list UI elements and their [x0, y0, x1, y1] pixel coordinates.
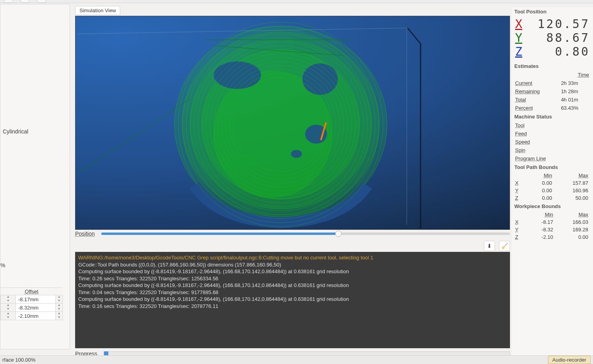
ms-label: Speed — [512, 138, 581, 146]
section-machine-status: Machine Status — [512, 112, 593, 121]
offset-y-row[interactable]: ▲▼ -8.32mm ▲▼ — [0, 303, 63, 312]
section-workpiece-bounds: Workpiece Bounds — [512, 202, 593, 211]
est-value: 2h 33m — [558, 79, 593, 87]
est-label: Total — [512, 96, 558, 104]
svg-point-8 — [291, 150, 302, 158]
stepper-down-icon[interactable]: ▼ — [1, 299, 15, 303]
offset-group: Offset ▲▼ -8.17mm ▲▼ ▲▼ -8.32mm ▲▼ ▲▼ -2… — [0, 287, 63, 320]
time-header: Time — [558, 71, 593, 79]
surface-progress-text: rface 100.00% — [2, 357, 36, 363]
offset-x-value[interactable]: -8.17mm — [16, 295, 55, 303]
toolpath-svg — [76, 16, 510, 229]
status-bar: rface 100.00% Audio-recorder — [0, 355, 593, 364]
right-panel: Tool Position X120.57 Y88.67 Z0.80 Estim… — [512, 7, 593, 364]
svg-point-6 — [302, 64, 338, 95]
clear-log-button[interactable]: 🧹 — [499, 241, 510, 251]
save-log-button[interactable]: ⬇ — [484, 241, 495, 251]
position-slider[interactable] — [101, 233, 510, 235]
ms-label: Feed — [512, 129, 581, 138]
audio-recorder-button[interactable]: Audio-recorder — [548, 356, 591, 364]
workpiece-bounds-table: MinMax X-8.17166.03 Y-8.32169.28 Z-2.100… — [512, 211, 593, 241]
svg-line-24 — [78, 99, 190, 173]
ms-label: Program Line — [512, 154, 581, 163]
machine-status-table: Tool Feed Speed Spin Program Line — [512, 121, 593, 163]
axis-z-value: 0.80 — [555, 45, 590, 58]
offset-y-value[interactable]: -8.32mm — [16, 304, 55, 311]
section-tool-position: Tool Position — [512, 7, 593, 16]
log-line: WARNING:/home/none3/Desktop/GcodeTools/C… — [78, 254, 507, 261]
axis-y-label: Y — [515, 31, 522, 45]
section-estimates: Estimates — [512, 62, 593, 71]
log-line: Time: 0.16 secs Triangles: 322520 Triang… — [78, 303, 507, 310]
log-line: Computing surface bounded by ((-8.81419,… — [78, 268, 507, 275]
est-label: Remaining — [512, 87, 558, 96]
top-toolbar — [0, 0, 593, 3]
ms-label: Tool — [512, 121, 581, 129]
log-line: GCode::Tool Path bounds ((0,0,0), (157.8… — [78, 261, 507, 268]
log-line: Time: 0.26 secs Triangles: 322520 Triang… — [78, 275, 507, 282]
left-panel: Cylindrical % Offset ▲▼ -8.17mm ▲▼ ▲▼ -8… — [0, 4, 70, 349]
est-value: 63.43% — [558, 104, 593, 112]
est-value: 1h 28m — [558, 87, 593, 96]
simulation-viewport[interactable] — [75, 16, 510, 230]
broom-icon: 🧹 — [501, 243, 508, 249]
offset-z-value[interactable]: -2.10mm — [16, 312, 55, 320]
stepper-down-icon[interactable]: ▼ — [1, 316, 15, 320]
axis-x-value: 120.57 — [538, 17, 590, 31]
stepper-down-icon[interactable]: ▼ — [56, 308, 62, 311]
log-line: Computing surface bounded by ((-8.81419,… — [78, 282, 507, 289]
main-area: Simulation View — [75, 6, 510, 360]
offset-z-row[interactable]: ▲▼ -2.10mm ▲▼ — [0, 311, 63, 320]
est-value: 4h 01m — [558, 96, 593, 104]
tool-shape-label: Cylindrical — [2, 128, 68, 135]
axis-z-label: Z — [515, 45, 522, 58]
console-toolbar: ⬇ 🧹 — [75, 241, 510, 251]
tool-path-bounds-table: MinMax X0.00157.87 Y0.00160.96 Z0.0050.0… — [512, 172, 593, 202]
tab-simulation-view[interactable]: Simulation View — [75, 6, 120, 15]
offset-header: Offset — [0, 287, 63, 295]
offset-x-row[interactable]: ▲▼ -8.17mm ▲▼ — [0, 295, 63, 304]
stepper-down-icon[interactable]: ▼ — [56, 299, 62, 303]
section-tool-path-bounds: Tool Path Bounds — [512, 163, 593, 172]
position-slider-row: Position — [75, 231, 510, 237]
stepper-down-icon[interactable]: ▼ — [1, 308, 15, 311]
position-label: Position — [75, 231, 95, 237]
log-line: Computing surface bounded by ((-8.81419,… — [78, 296, 507, 303]
percent-symbol: % — [0, 250, 63, 270]
est-label: Current — [512, 79, 558, 87]
toolbar-button[interactable] — [21, 0, 29, 3]
toolbar-button[interactable] — [4, 0, 13, 3]
svg-point-5 — [214, 62, 261, 89]
stepper-down-icon[interactable]: ▼ — [56, 316, 62, 320]
estimates-table: Time Current2h 33m Remaining1h 28m Total… — [512, 71, 593, 112]
log-line: Time: 0.04 secs Triangles: 322520 Triang… — [78, 289, 507, 296]
est-label: Percent — [512, 104, 558, 112]
axis-y-value: 88.67 — [546, 31, 590, 45]
log-console[interactable]: WARNING:/home/none3/Desktop/GcodeTools/C… — [75, 252, 510, 348]
axis-x-label: X — [515, 17, 522, 31]
download-icon: ⬇ — [487, 243, 492, 249]
ms-label: Spin — [512, 146, 581, 154]
toolbar-button[interactable] — [37, 0, 46, 3]
slider-thumb[interactable] — [335, 231, 342, 237]
